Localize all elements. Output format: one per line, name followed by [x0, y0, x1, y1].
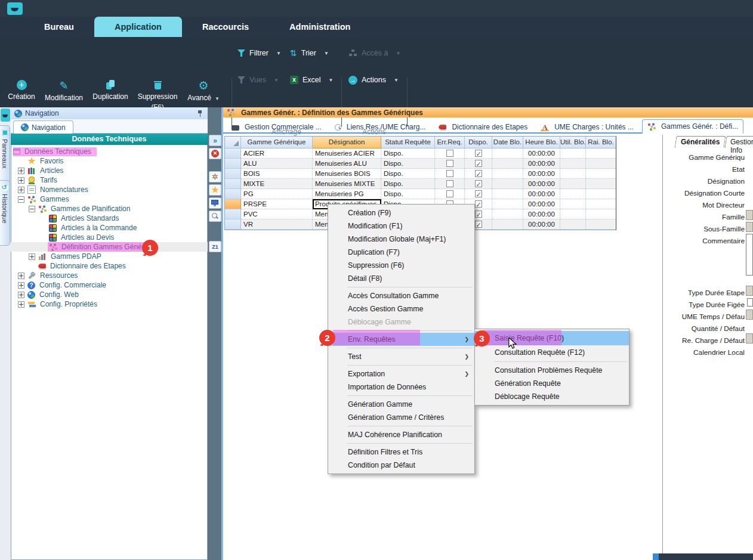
tree-item[interactable]: Nomenclatures — [11, 185, 208, 194]
menu-item[interactable] — [328, 329, 474, 333]
cell-designation[interactable]: Menuiseries PG — [313, 189, 381, 199]
tree-item[interactable]: Gammes de Planification — [11, 204, 208, 214]
column-header[interactable]: Util. Blo. — [560, 137, 586, 148]
sous-famille-field[interactable] — [746, 222, 753, 232]
cell-date-blo[interactable] — [492, 179, 523, 189]
row-selector[interactable] — [225, 199, 241, 209]
expander-icon[interactable] — [18, 301, 24, 308]
workspace-tab[interactable]: UME Charges : Unités ... — [536, 120, 638, 134]
row-selector[interactable] — [225, 189, 241, 199]
submenu-item[interactable]: Génération Requête — [475, 377, 629, 390]
acces-a-button[interactable]: Accès à — [348, 47, 400, 60]
ribbon-tab[interactable]: Administration — [269, 17, 371, 37]
cell-util-blo[interactable] — [560, 209, 586, 219]
tab-gestion-info[interactable]: Gestion Info — [725, 136, 753, 148]
menu-item[interactable]: Génération Gamme — [328, 398, 474, 411]
zoom-tool-button[interactable]: Z1 — [209, 241, 221, 252]
cell-rai-blo[interactable] — [586, 169, 616, 179]
cell-date-blo[interactable] — [492, 209, 523, 219]
vues-button[interactable]: Vues — [237, 73, 279, 86]
creation-button[interactable]: Création — [4, 80, 39, 101]
menu-item[interactable]: Modification Globale (Maj+F1) — [328, 233, 474, 246]
expander-icon[interactable] — [18, 273, 24, 279]
menu-item[interactable]: Déblocage Gamme — [328, 315, 474, 329]
checkbox-err-req[interactable] — [446, 180, 453, 187]
expander-icon[interactable] — [18, 168, 24, 174]
submenu-item[interactable]: Consultation Requête (F12) — [475, 345, 629, 360]
cell-util-blo[interactable] — [560, 159, 586, 169]
submenu-item[interactable] — [475, 360, 629, 364]
cell-heure-blo[interactable]: 00:00:00 — [523, 169, 560, 179]
row-selector[interactable] — [225, 219, 241, 230]
expander-icon[interactable] — [18, 177, 24, 184]
column-header-sorted[interactable]: Désignation — [313, 137, 381, 148]
ribbon-tab[interactable]: Application — [94, 17, 182, 37]
checkbox-dispo[interactable] — [475, 170, 482, 177]
rail-tab-historique[interactable]: Historique — [0, 180, 10, 246]
cell-date-blo[interactable] — [492, 189, 523, 199]
menu-item[interactable]: Définition Filtres et Tris — [328, 445, 474, 459]
checkbox-err-req[interactable] — [446, 160, 453, 167]
cell-heure-blo[interactable]: 00:00:00 — [523, 179, 560, 189]
menu-item[interactable] — [328, 441, 474, 445]
cell-gamme-generique[interactable]: BOIS — [241, 169, 313, 179]
filtrer-button[interactable]: Filtrer — [237, 47, 281, 60]
checkbox-dispo[interactable] — [475, 200, 482, 208]
modification-button[interactable]: Modification — [39, 80, 88, 102]
tree-item[interactable]: Articles à la Commande — [11, 223, 208, 233]
cell-statut-requete[interactable]: Dispo. — [381, 159, 435, 169]
menu-item[interactable] — [328, 424, 474, 428]
menu-item[interactable]: Env. Requêtes — [328, 333, 474, 346]
menu-item[interactable]: Suppression (F6) — [328, 259, 474, 272]
cell-rai-blo[interactable] — [586, 148, 616, 159]
checkbox-err-req[interactable] — [446, 170, 453, 177]
row-selector[interactable] — [225, 169, 241, 179]
tree-item[interactable]: Données Techniques — [11, 147, 208, 156]
tree-item[interactable]: Dictionnaire des Etapes — [11, 261, 208, 271]
cell-date-blo[interactable] — [492, 169, 523, 179]
expander-icon[interactable] — [29, 206, 35, 212]
menu-item[interactable]: Exportation — [328, 367, 474, 380]
cell-gamme-generique[interactable]: MIXTE — [241, 179, 313, 189]
tree-item[interactable]: Config. Web — [11, 290, 208, 299]
ribbon-tab[interactable]: Raccourcis — [182, 17, 269, 37]
favorites-tool-button[interactable] — [209, 184, 221, 196]
cell-gamme-generique[interactable]: VR — [241, 219, 313, 230]
cell-heure-blo[interactable]: 00:00:00 — [523, 189, 560, 199]
cell-heure-blo[interactable]: 00:00:00 — [523, 209, 560, 219]
cell-designation[interactable]: Menuiseries BOIS — [313, 169, 381, 179]
duplication-button[interactable]: Duplication — [88, 80, 132, 101]
cell-rai-blo[interactable] — [586, 219, 616, 230]
tree-item[interactable]: Config. Commerciale — [11, 280, 208, 290]
menu-item[interactable] — [328, 394, 474, 398]
tree-item[interactable]: Articles Standards — [11, 214, 208, 223]
cell-statut-requete[interactable]: Dispo. — [381, 189, 435, 199]
checkbox-err-req[interactable] — [446, 190, 453, 197]
expander-icon[interactable] — [18, 196, 24, 203]
cell-heure-blo[interactable]: 00:00:00 — [523, 148, 560, 159]
table-row[interactable]: BOIS Menuiseries BOIS Dispo. 00:00:00 — [225, 169, 616, 179]
monitor-tool-button[interactable] — [209, 197, 221, 209]
cell-gamme-generique[interactable]: PG — [241, 189, 313, 199]
menu-item[interactable]: Modification (F1) — [328, 219, 474, 233]
tree-item[interactable]: Tarifs — [11, 175, 208, 185]
cell-rai-blo[interactable] — [586, 159, 616, 169]
excel-button[interactable]: Excel — [290, 73, 334, 86]
cell-statut-requete[interactable]: Dispo. — [381, 169, 435, 179]
submenu-item[interactable]: Consultation Problèmes Requête — [475, 364, 629, 377]
actions-button[interactable]: Actions — [348, 73, 399, 86]
menu-item[interactable]: Importation de Données — [328, 380, 474, 394]
cell-date-blo[interactable] — [492, 199, 523, 209]
submenu-item[interactable]: Saisie Requête (F10) — [475, 331, 629, 345]
close-tool-button[interactable] — [209, 148, 221, 159]
submenu-item[interactable]: Déblocage Requête — [475, 390, 629, 403]
cell-util-blo[interactable] — [560, 189, 586, 199]
menu-item[interactable]: MAJ Cohérence Planification — [328, 428, 474, 441]
menu-item[interactable]: Création (F9) — [328, 206, 474, 219]
cell-designation[interactable]: Menuiseries ACIER — [313, 148, 381, 159]
cell-util-blo[interactable] — [560, 219, 586, 230]
tree-item[interactable]: Articles au Devis — [11, 233, 208, 242]
rail-tab-panneaux[interactable]: Panneaux — [0, 125, 10, 185]
cell-date-blo[interactable] — [492, 219, 523, 230]
checkbox-dispo[interactable] — [475, 180, 482, 187]
